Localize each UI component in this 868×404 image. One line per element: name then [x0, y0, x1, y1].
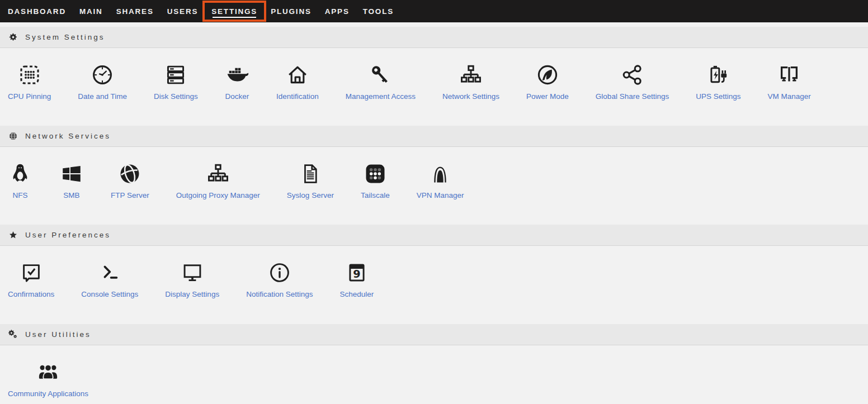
settings-item-label: UPS Settings — [696, 92, 740, 101]
nav-item-apps[interactable]: APPS — [319, 3, 356, 19]
section-title: User Preferences — [25, 231, 111, 239]
settings-item-label: Docker — [225, 92, 249, 101]
key-icon — [368, 63, 393, 87]
monitor-icon — [180, 260, 205, 285]
info-circle-icon — [267, 260, 292, 285]
settings-page: System SettingsCPU PinningDate and TimeD… — [0, 22, 868, 404]
main-nav: DASHBOARDMAINSHARESUSERSSETTINGSPLUGINSA… — [0, 0, 868, 22]
nav-item-label: SHARES — [116, 7, 154, 16]
settings-item-power-mode[interactable]: Power Mode — [526, 63, 569, 101]
terminal-prompt-icon — [97, 260, 122, 285]
globe-filled-icon — [117, 161, 142, 186]
settings-item-label: Management Access — [346, 92, 416, 101]
settings-item-date-and-time[interactable]: Date and Time — [78, 63, 127, 101]
settings-item-label: Disk Settings — [154, 92, 198, 101]
settings-item-label: FTP Server — [111, 191, 149, 200]
section-items: NFSSMBFTP ServerOutgoing Proxy ManagerSy… — [0, 147, 868, 225]
section-system-settings: System SettingsCPU PinningDate and TimeD… — [0, 27, 868, 126]
microchip-dots-icon — [17, 63, 42, 87]
section-items: Community Applications — [0, 345, 868, 404]
settings-item-label: VM Manager — [768, 92, 811, 101]
nav-item-main[interactable]: MAIN — [73, 3, 109, 19]
section-header: System Settings — [0, 27, 868, 48]
settings-item-label: CPU Pinning — [8, 92, 51, 101]
nav-item-users[interactable]: USERS — [161, 3, 205, 19]
settings-item-identification[interactable]: Identification — [276, 63, 319, 101]
settings-item-ups-settings[interactable]: UPS Settings — [696, 63, 740, 101]
settings-item-display-settings[interactable]: Display Settings — [165, 260, 219, 299]
settings-item-label: Scheduler — [339, 290, 374, 299]
tunnel-arch-icon — [428, 161, 452, 186]
settings-item-label: Identification — [276, 92, 319, 101]
calendar-icon — [345, 260, 369, 285]
settings-item-docker[interactable]: Docker — [225, 63, 249, 101]
house-icon — [285, 63, 310, 87]
settings-item-community-applications[interactable]: Community Applications — [8, 360, 88, 398]
section-header: Network Services — [0, 126, 868, 147]
battery-plug-icon — [706, 63, 730, 87]
settings-item-label: Date and Time — [78, 92, 127, 101]
section-user-utilities: User UtilitiesCommunity Applications — [0, 324, 868, 404]
settings-item-syslog-server[interactable]: Syslog Server — [287, 161, 334, 200]
section-user-preferences: User PreferencesConfirmationsConsole Set… — [0, 225, 868, 324]
nav-item-shares[interactable]: SHARES — [110, 3, 160, 19]
settings-item-label: Syslog Server — [287, 191, 334, 200]
gears-icon — [8, 330, 18, 339]
windows-logo-icon — [59, 161, 84, 186]
settings-item-tailscale[interactable]: Tailscale — [361, 161, 390, 200]
settings-item-outgoing-proxy-manager[interactable]: Outgoing Proxy Manager — [176, 161, 260, 200]
clock-icon — [90, 63, 115, 87]
globe-icon — [8, 131, 18, 141]
settings-item-label: Confirmations — [8, 290, 54, 299]
settings-item-label: Network Settings — [442, 92, 499, 101]
server-stack-icon — [163, 63, 188, 87]
nav-item-label: USERS — [167, 7, 199, 16]
settings-item-smb[interactable]: SMB — [59, 161, 84, 200]
nav-item-plugins[interactable]: PLUGINS — [265, 3, 318, 19]
nav-item-label: DASHBOARD — [8, 7, 66, 16]
section-header: User Utilities — [0, 324, 868, 345]
settings-item-confirmations[interactable]: Confirmations — [8, 260, 54, 299]
section-items: CPU PinningDate and TimeDisk SettingsDoc… — [0, 48, 868, 126]
settings-item-label: Display Settings — [165, 290, 219, 299]
settings-item-nfs[interactable]: NFS — [8, 161, 32, 200]
docker-whale-icon — [225, 63, 249, 87]
settings-item-management-access[interactable]: Management Access — [346, 63, 416, 101]
nav-item-label: APPS — [325, 7, 350, 16]
vm-brackets-icon — [777, 63, 801, 87]
settings-item-global-share-settings[interactable]: Global Share Settings — [596, 63, 669, 101]
settings-item-label: Tailscale — [361, 191, 390, 200]
settings-item-console-settings[interactable]: Console Settings — [81, 260, 138, 299]
settings-item-label: Power Mode — [526, 92, 569, 101]
section-network-services: Network ServicesNFSSMBFTP ServerOutgoing… — [0, 126, 868, 225]
settings-item-vpn-manager[interactable]: VPN Manager — [417, 161, 464, 200]
settings-item-disk-settings[interactable]: Disk Settings — [154, 63, 198, 101]
log-document-icon — [298, 161, 323, 186]
tux-penguin-icon — [8, 161, 32, 186]
settings-item-label: Global Share Settings — [596, 92, 669, 101]
settings-item-network-settings[interactable]: Network Settings — [442, 63, 499, 101]
settings-item-label: Console Settings — [81, 290, 138, 299]
settings-item-label: VPN Manager — [417, 191, 464, 200]
settings-item-label: Community Applications — [8, 389, 88, 398]
nav-item-label: PLUGINS — [271, 7, 312, 16]
settings-item-ftp-server[interactable]: FTP Server — [111, 161, 149, 200]
section-title: User Utilities — [25, 330, 91, 339]
people-group-icon — [36, 360, 60, 384]
settings-item-cpu-pinning[interactable]: CPU Pinning — [8, 63, 51, 101]
nav-item-label: TOOLS — [363, 7, 394, 16]
star-icon — [8, 230, 18, 240]
nav-item-settings[interactable]: SETTINGS — [205, 3, 263, 19]
settings-item-scheduler[interactable]: Scheduler — [339, 260, 374, 299]
settings-item-notification-settings[interactable]: Notification Settings — [246, 260, 313, 299]
nav-item-tools[interactable]: TOOLS — [357, 3, 400, 19]
section-items: ConfirmationsConsole SettingsDisplay Set… — [0, 246, 868, 324]
network-tree-icon — [206, 161, 230, 186]
settings-item-label: Outgoing Proxy Manager — [176, 191, 260, 200]
nav-item-dashboard[interactable]: DASHBOARD — [2, 3, 72, 19]
nav-item-label: SETTINGS — [211, 7, 257, 16]
leaf-circle-icon — [535, 63, 560, 87]
tailscale-dots-icon — [363, 161, 388, 186]
settings-item-vm-manager[interactable]: VM Manager — [768, 63, 811, 101]
nav-item-label: MAIN — [79, 7, 103, 16]
